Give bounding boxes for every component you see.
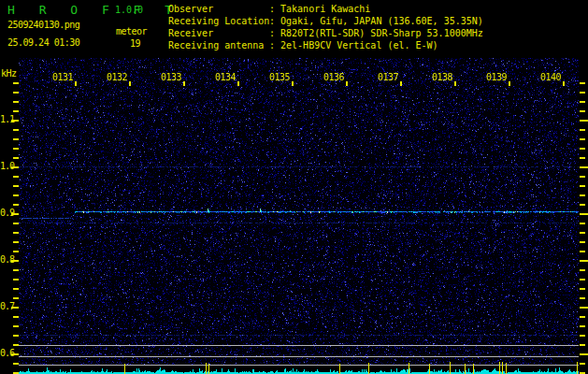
freq-tick-right [580, 120, 588, 122]
hrofft-screen: H R O F F T 1.0.0 2509240130.png meteor … [0, 0, 588, 374]
freq-tick-right [580, 288, 585, 290]
freq-tick-left [11, 166, 19, 168]
freq-tick-right [580, 344, 585, 346]
info-label: Receiving antenna [168, 39, 269, 51]
freq-tick-left [11, 120, 19, 122]
freq-tick-right [580, 213, 588, 215]
freq-tick-left [13, 194, 19, 196]
freq-tick-right [580, 92, 585, 94]
freq-tick-left [13, 335, 19, 337]
info-row: Observer: Takanori Kawachi [168, 3, 483, 15]
freq-tick-left [11, 260, 19, 262]
freq-tick-right [580, 307, 588, 309]
info-label: Receiver [168, 27, 269, 39]
info-value: : Takanori Kawachi [269, 4, 370, 14]
freq-tick-right [580, 176, 585, 178]
freq-tick-right [580, 204, 585, 206]
time-axis-label: 0133 [161, 72, 181, 82]
observation-mode: meteor [116, 26, 147, 36]
time-axis-label: 0136 [323, 72, 344, 82]
time-tick [400, 81, 402, 86]
freq-tick-left [11, 353, 19, 355]
freq-tick-left [13, 316, 19, 318]
freq-tick-left [13, 138, 19, 140]
freq-tick-left [11, 213, 19, 215]
freq-tick-right [580, 157, 585, 159]
freq-tick-right [580, 363, 585, 365]
freq-tick-left [13, 325, 19, 327]
freq-tick-right [580, 166, 588, 168]
freq-tick-right [580, 129, 585, 131]
freq-tick-right [580, 138, 585, 140]
freq-tick-right [580, 185, 585, 187]
info-value: : 2el-HB9CV Vertical (el. E-W) [269, 40, 438, 50]
freq-tick-left [13, 101, 19, 103]
time-axis-label: 0132 [107, 72, 127, 82]
freq-tick-right [580, 297, 585, 299]
freq-tick-left [13, 82, 19, 84]
freq-tick-left [13, 232, 19, 234]
info-row: Receiving Location: Ogaki, Gifu, JAPAN (… [168, 15, 483, 27]
freq-tick-right [580, 232, 585, 234]
station-info: Observer: Takanori KawachiReceiving Loca… [168, 3, 483, 51]
freq-tick-right [580, 325, 585, 327]
app-title: H R O F F T [7, 3, 180, 17]
level-meter-gridline [19, 356, 579, 357]
time-axis-label: 0138 [432, 72, 452, 82]
echo-count: 19 [130, 38, 140, 49]
freq-tick-left [13, 297, 19, 299]
output-filename: 2509240130.png [7, 20, 79, 30]
freq-tick-right [580, 335, 585, 337]
time-axis-label: 0131 [52, 72, 73, 82]
freq-tick-right [580, 241, 585, 243]
khz-unit-label: kHz [1, 68, 17, 79]
info-value: : Ogaki, Gifu, JAPAN (136.60E, 35.35N) [269, 16, 483, 26]
spectrogram-canvas [19, 58, 579, 366]
freq-tick-left [13, 110, 19, 112]
freq-tick-right [580, 101, 585, 103]
time-tick [563, 81, 565, 86]
freq-tick-right [580, 353, 588, 355]
time-tick [129, 81, 131, 86]
freq-tick-left [13, 204, 19, 206]
time-tick [346, 81, 348, 86]
freq-tick-left [13, 241, 19, 243]
info-row: Receiving antenna: 2el-HB9CV Vertical (e… [168, 39, 483, 51]
time-tick [75, 81, 77, 86]
freq-tick-left [13, 148, 19, 150]
freq-tick-right [580, 82, 585, 84]
freq-tick-right [580, 194, 585, 196]
freq-tick-right [580, 279, 585, 280]
freq-tick-left [13, 92, 19, 94]
freq-tick-left [13, 251, 19, 252]
freq-tick-left [13, 129, 19, 131]
freq-tick-right [580, 269, 585, 271]
freq-tick-left [13, 288, 19, 290]
level-meter-canvas [19, 361, 579, 374]
info-value: : R820T2(RTL-SDR) SDR-Sharp 53.1000MHz [269, 28, 483, 38]
info-label: Observer [168, 3, 269, 15]
freq-tick-left [13, 344, 19, 346]
time-tick [509, 81, 510, 86]
freq-tick-right [580, 316, 585, 318]
freq-tick-right [580, 223, 585, 224]
info-label: Receiving Location [168, 15, 269, 27]
freq-tick-right [580, 251, 585, 252]
freq-tick-right [580, 260, 588, 262]
time-axis-label: 0137 [378, 72, 398, 82]
time-axis-label: 0140 [540, 72, 561, 82]
time-tick [454, 81, 456, 86]
app-version: 1.0.0 [115, 5, 143, 15]
freq-tick-left [13, 185, 19, 187]
freq-tick-right [580, 110, 585, 112]
time-tick [237, 81, 239, 86]
freq-tick-left [13, 363, 19, 365]
time-axis-label: 0139 [486, 72, 507, 82]
freq-tick-left [11, 307, 19, 309]
freq-tick-left [13, 176, 19, 178]
freq-tick-right [580, 148, 585, 150]
time-axis-label: 0134 [215, 72, 236, 82]
freq-tick-left [13, 279, 19, 280]
time-axis-label: 0135 [269, 72, 290, 82]
info-row: Receiver: R820T2(RTL-SDR) SDR-Sharp 53.1… [168, 27, 483, 39]
